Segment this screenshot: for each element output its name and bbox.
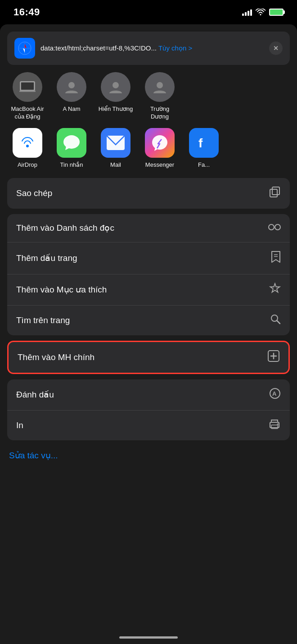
mail-icon — [101, 128, 130, 158]
svg-point-15 — [63, 135, 80, 149]
menu-item-label: Đánh dấu — [16, 389, 54, 400]
star-icon — [269, 283, 281, 297]
svg-point-13 — [16, 132, 39, 154]
contact-avatar — [13, 72, 42, 102]
svg-point-11 — [112, 82, 119, 88]
app-mail[interactable]: Mail — [95, 128, 136, 168]
svg-text:f: f — [198, 136, 203, 150]
messenger-icon — [145, 128, 175, 158]
svg-point-10 — [68, 82, 75, 88]
app-other[interactable]: f Fa... — [184, 128, 224, 168]
contact-anam[interactable]: A Nam — [51, 72, 92, 121]
app-label: Tin nhắn — [60, 161, 83, 168]
apps-row[interactable]: AirDrop Tin nhắn — [0, 124, 297, 175]
menu-item-label: Thêm vào Danh sách đọc — [16, 223, 114, 233]
app-label: AirDrop — [18, 161, 37, 168]
close-icon: ✕ — [273, 45, 279, 52]
edit-actions-label[interactable]: Sửa tác vụ... — [9, 451, 58, 460]
svg-point-24 — [275, 224, 280, 230]
menu-item-label: Sao chép — [16, 188, 52, 198]
menu-item-danhdau[interactable]: Đánh dấu A — [7, 379, 290, 411]
menu-section-3: Đánh dấu A In — [7, 379, 290, 440]
svg-rect-22 — [272, 187, 279, 195]
contact-truongduong[interactable]: Trường Dương — [140, 72, 180, 121]
share-sheet: data:text/html;charset=utf-8,%3C!DO... T… — [0, 24, 297, 644]
home-indicator — [119, 636, 178, 639]
status-bar: 16:49 — [0, 0, 297, 24]
app-messages[interactable]: Tin nhắn — [51, 128, 92, 168]
menu-item-danhsachdoc[interactable]: Thêm vào Danh sách đọc — [7, 214, 290, 242]
app-messenger[interactable]: Messenger — [140, 128, 180, 168]
url-text-container: data:text/html;charset=utf-8,%3C!DO... T… — [40, 44, 264, 52]
app-label: Mail — [110, 161, 121, 168]
menu-section-2: Thêm vào Danh sách đọc Thêm dấu trang Th… — [7, 214, 290, 335]
other-app-icon: f — [189, 128, 219, 158]
copy-icon — [269, 186, 281, 201]
contact-name: MacBook Air của Đặng — [9, 105, 45, 121]
contacts-row[interactable]: MacBook Air của Đặng A Nam — [0, 65, 297, 124]
menu-item-label: Thêm vào MH chính — [18, 352, 94, 362]
svg-text:A: A — [272, 390, 277, 397]
svg-rect-21 — [270, 189, 277, 197]
menu-item-saochep[interactable]: Sao chép — [7, 178, 290, 209]
contact-avatar — [145, 72, 175, 102]
wifi-icon — [256, 9, 266, 16]
menu-item-label: Thêm vào Mục ưa thích — [16, 284, 107, 295]
menu-item-label: Tìm trên trang — [16, 315, 70, 325]
url-value: data:text/html;charset=utf-8,%3C!DO... — [40, 44, 157, 52]
svg-rect-8 — [21, 82, 34, 90]
print-icon — [268, 419, 281, 432]
markup-icon: A — [269, 388, 281, 402]
reading-list-icon — [268, 222, 281, 234]
menu-item-timtrang[interactable]: Tìm trên trang — [7, 306, 290, 335]
messages-icon — [57, 128, 86, 158]
edit-actions[interactable]: Sửa tác vụ... — [0, 443, 297, 468]
menu-section-1: Sao chép — [7, 178, 290, 209]
contact-name: Hiển Thương — [98, 105, 134, 113]
svg-point-23 — [269, 224, 274, 230]
svg-line-28 — [277, 320, 280, 324]
contact-avatar — [57, 72, 86, 102]
svg-point-12 — [157, 82, 163, 88]
app-airdrop[interactable]: AirDrop — [7, 128, 48, 168]
close-button[interactable]: ✕ — [269, 41, 283, 55]
app-label: Fa... — [198, 161, 210, 168]
contact-avatar — [101, 72, 130, 102]
svg-point-36 — [277, 423, 279, 425]
safari-icon — [14, 38, 35, 59]
url-bar: data:text/html;charset=utf-8,%3C!DO... T… — [7, 32, 290, 65]
menu-item-label: In — [16, 420, 23, 430]
url-options[interactable]: Tùy chọn > — [158, 44, 192, 52]
search-icon — [270, 314, 281, 327]
airdrop-icon — [13, 128, 42, 158]
menu-item-mucuathich[interactable]: Thêm vào Mục ưa thích — [7, 274, 290, 306]
battery-icon — [269, 9, 284, 16]
status-icons — [242, 9, 284, 16]
contact-name: Trường Dương — [142, 105, 178, 121]
signal-icon — [242, 9, 252, 16]
menu-item-label: Thêm dấu trang — [16, 253, 77, 263]
add-to-home-icon — [268, 350, 279, 365]
url-text: data:text/html;charset=utf-8,%3C!DO... T… — [40, 44, 192, 52]
svg-point-14 — [26, 145, 29, 147]
app-label: Messenger — [145, 161, 174, 168]
menu-item-dautrang[interactable]: Thêm dấu trang — [7, 242, 290, 274]
bookmark-icon — [271, 251, 281, 266]
status-time: 16:49 — [14, 6, 40, 18]
menu-item-mhchinh[interactable]: Thêm vào MH chính — [9, 342, 288, 373]
menu-item-in[interactable]: In — [7, 411, 290, 440]
svg-point-0 — [260, 14, 261, 15]
menu-item-mhchinh-container: Thêm vào MH chính — [7, 341, 290, 374]
contact-name: A Nam — [54, 105, 90, 113]
contact-macbook[interactable]: MacBook Air của Đặng — [7, 72, 48, 121]
contact-hienthuong[interactable]: Hiển Thương — [95, 72, 136, 121]
svg-rect-9 — [19, 91, 36, 92]
